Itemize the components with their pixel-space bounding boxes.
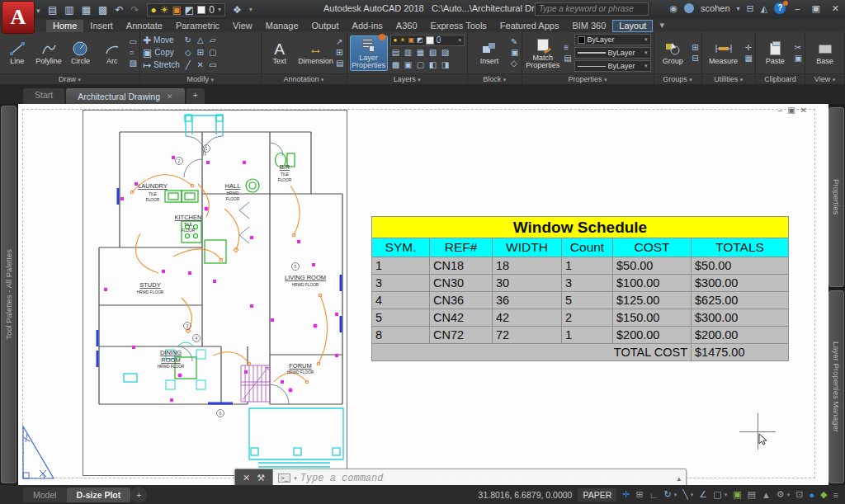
panel-annotation-footer[interactable]: Annotation ▾ (262, 73, 347, 84)
ortho-mode-icon[interactable]: ∟ (649, 490, 659, 500)
layer-properties-manager-bar[interactable]: Layer Properties Manager (828, 290, 844, 483)
panel-groups-footer[interactable]: Groups ▾ (654, 73, 701, 84)
quick-properties-icon[interactable]: ⊡ (795, 489, 803, 500)
tab-featured-apps[interactable]: Featured Apps (493, 20, 566, 32)
annotation-scale-icon[interactable]: ▤ (748, 489, 756, 500)
fillet-tool-icon[interactable]: ▱ (210, 35, 216, 45)
quick-calc-icon[interactable]: ▦ (745, 54, 753, 64)
workspace-switching-icon[interactable]: ⚙ (777, 489, 785, 500)
polyline-button[interactable]: Polyline (34, 40, 63, 66)
paste-button[interactable]: Paste (758, 40, 792, 66)
model-tab[interactable]: Model (23, 488, 67, 502)
paper-space-toggle[interactable]: PAPER (578, 488, 616, 502)
tab-annotate[interactable]: Annotate (120, 20, 169, 32)
panel-layers-footer[interactable]: Layers ▾ (347, 73, 468, 84)
offset-tool-icon[interactable]: ▢ (209, 48, 216, 58)
command-line-grip[interactable]: ✕ ⚒ (235, 469, 273, 487)
explode-tool-icon[interactable]: ▭ (209, 60, 216, 70)
object-snap-icon[interactable]: ▢ (713, 489, 721, 500)
move-button[interactable]: ✚Move (143, 35, 180, 45)
properties-table-icon[interactable]: ▤ (564, 54, 571, 64)
insert-button[interactable]: Insert (470, 40, 508, 66)
tab-bim360[interactable]: BIM 360 (565, 20, 612, 32)
workspace-icon[interactable]: ❖ (233, 4, 242, 16)
layer-tool-icon[interactable]: ▧ (429, 48, 437, 58)
new-layout-tab-button[interactable]: + (130, 488, 147, 502)
open-file-icon[interactable]: ▥ (64, 4, 73, 16)
polar-tracking-icon[interactable]: ↻ (663, 489, 671, 500)
rotate-tool-icon[interactable]: ↻ (185, 35, 191, 45)
tab-a360[interactable]: A360 (389, 20, 424, 32)
tab-parametric[interactable]: Parametric (169, 20, 226, 32)
panel-clipboard-footer[interactable]: Clipboard (756, 73, 805, 84)
polar-caret-icon[interactable]: ▾ (674, 492, 677, 498)
block-attributes-icon[interactable]: ◇ (511, 59, 518, 68)
hardware-acceleration-icon[interactable]: ● (809, 490, 814, 500)
close-button[interactable]: ✕ (829, 3, 842, 14)
copy-button[interactable]: ▣Copy (143, 48, 180, 58)
ribbon-display-toggle-icon[interactable]: ▾ (653, 19, 671, 32)
annotation-more-icon[interactable]: ▤ (336, 59, 343, 68)
new-drawing-tab-button[interactable]: + (186, 88, 205, 104)
ellipse-tool-icon[interactable]: ○ (130, 48, 137, 58)
panel-properties-footer[interactable]: Properties ▾ (522, 73, 654, 84)
layer-dropdown-caret-icon[interactable]: ▾ (218, 6, 221, 13)
autodesk-account-icon[interactable]: ◭ (761, 3, 767, 14)
layer-tool-icon[interactable]: ▣ (404, 60, 412, 70)
panel-utilities-footer[interactable]: Utilities ▾ (702, 73, 755, 84)
ungroup-icon[interactable]: ⊟ (692, 54, 698, 64)
tab-output[interactable]: Output (305, 20, 346, 32)
cut-icon[interactable]: ✂ (795, 43, 802, 53)
dimension-button[interactable]: ↔ Dimension (298, 40, 333, 66)
search-input[interactable]: Type a keyword or phrase (535, 2, 649, 16)
dropdown-caret-icon[interactable]: ▾ (644, 49, 648, 56)
command-customize-icon[interactable]: ⚒ (257, 473, 265, 483)
tab-layout[interactable]: Layout (612, 20, 653, 32)
command-history-icon[interactable]: ▴ (677, 474, 686, 483)
array-tool-icon[interactable]: ⊞ (197, 48, 204, 58)
redo-icon[interactable]: ↷ (130, 4, 139, 16)
block-create-icon[interactable]: ▣ (511, 48, 518, 58)
object-snap-tracking-icon[interactable]: ∠ (699, 489, 707, 500)
tab-express-tools[interactable]: Express Tools (424, 20, 493, 32)
properties-list-icon[interactable]: ≡ (564, 43, 571, 53)
text-button[interactable]: A Text (264, 40, 295, 66)
dropdown-caret-icon[interactable]: ▾ (458, 35, 461, 45)
signed-in-user[interactable]: scohen (701, 3, 729, 13)
panel-draw-footer[interactable]: Draw ▾ (0, 73, 139, 84)
lineweight-dropdown[interactable]: ByLayer ▾ (574, 47, 651, 59)
dropdown-caret-icon[interactable]: ▾ (644, 63, 648, 69)
layer-tool-icon[interactable]: ▦ (417, 48, 424, 58)
dynamic-input-icon[interactable]: ▣ (733, 489, 741, 500)
match-properties-button[interactable]: Match Properties (525, 36, 562, 70)
drawing-canvas[interactable]: –▣✕ (18, 104, 828, 485)
file-tab-architectural-drawing[interactable]: Architectural Drawing ✕ (66, 88, 184, 104)
customization-menu-icon[interactable]: ≡ (833, 490, 838, 500)
layer-select-dropdown[interactable]: ● ☀ ▣ ◩ 0 ▾ (390, 35, 465, 46)
dropdown-caret-icon[interactable]: ▾ (644, 36, 648, 43)
copy-clip-icon[interactable]: ▣ (795, 54, 802, 64)
layer-freeze-icon[interactable]: ▣ (172, 4, 182, 16)
user-menu-caret-icon[interactable]: ▾ (737, 5, 740, 12)
tab-addins[interactable]: Add-ins (346, 20, 389, 32)
tab-insert[interactable]: Insert (83, 20, 120, 32)
base-button[interactable]: Base (808, 40, 842, 66)
layer-tool-icon[interactable]: ▨ (441, 48, 449, 58)
stretch-button[interactable]: ↦Stretch (143, 60, 180, 70)
layer-tool-icon[interactable]: ◨ (441, 60, 449, 70)
scale-tool-icon[interactable]: ◇ (185, 48, 191, 58)
tab-close-icon[interactable]: ✕ (167, 92, 173, 101)
minimize-button[interactable]: – (792, 3, 802, 13)
command-input[interactable]: Type a command (300, 473, 384, 484)
group-edit-icon[interactable]: ⊞ (692, 43, 698, 53)
hatch-tool-icon[interactable]: ▨ (130, 59, 137, 68)
layer-on-icon[interactable]: ● (151, 4, 157, 16)
block-edit-icon[interactable]: ✎ (511, 37, 518, 47)
layout-tab-d-size-plot[interactable]: D-size Plot (67, 488, 131, 502)
plot-icon[interactable]: ▩ (98, 4, 107, 16)
workspace-caret-icon[interactable]: ▾ (787, 492, 791, 498)
arc-button[interactable]: Arc (97, 40, 126, 66)
layer-tool-icon[interactable]: ◧ (429, 60, 437, 70)
grid-display-icon[interactable]: ⊞ (635, 489, 643, 500)
search-icon[interactable]: ◉ (669, 3, 677, 14)
